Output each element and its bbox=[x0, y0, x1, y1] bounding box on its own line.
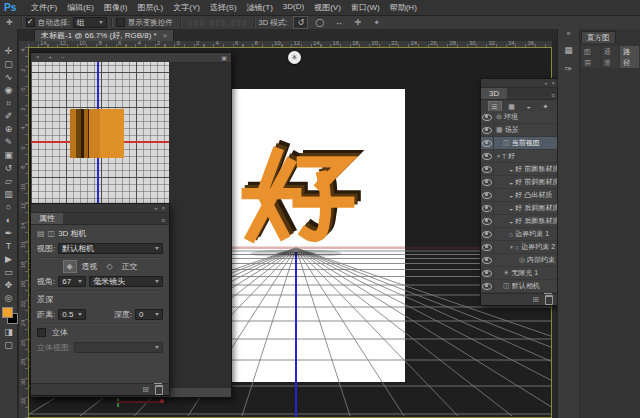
visibility-toggle[interactable] bbox=[481, 202, 494, 214]
move-tool[interactable]: ✛ bbox=[0, 45, 17, 58]
visibility-toggle[interactable] bbox=[481, 150, 494, 162]
orthographic-label[interactable]: 正交 bbox=[122, 261, 138, 272]
roll-3d-camera-icon[interactable]: ◯ bbox=[312, 16, 327, 29]
add-view-icon[interactable]: + bbox=[49, 53, 53, 62]
tool-presets-icon[interactable]: ✑ bbox=[561, 62, 576, 77]
document-tab[interactable]: 未标题-1 @ 66.7% (好, RGB/8) * × bbox=[34, 29, 174, 41]
visibility-toggle[interactable] bbox=[481, 189, 494, 201]
scene-tree-row[interactable]: ▼○边界约束 2 bbox=[481, 241, 559, 254]
dock-icon[interactable]: ⊞ bbox=[142, 385, 149, 395]
scene-tree-row[interactable]: ○边界约束 1 bbox=[481, 228, 559, 241]
auto-select-checkbox[interactable] bbox=[26, 18, 35, 27]
panel-title-bar[interactable]: « × bbox=[481, 79, 559, 88]
quick-selection-tool[interactable]: ◉ bbox=[0, 84, 17, 97]
close-icon[interactable]: × bbox=[163, 30, 168, 41]
scene-tree-row[interactable]: ◒好 前膨胀材质 bbox=[481, 163, 559, 176]
move-tool-options-icon[interactable]: ✛ bbox=[6, 18, 13, 27]
visibility-toggle[interactable] bbox=[481, 267, 494, 279]
foreground-color-swatch[interactable] bbox=[2, 307, 13, 318]
menu-item[interactable]: 帮助(H) bbox=[385, 2, 422, 13]
visibility-toggle[interactable] bbox=[481, 176, 494, 188]
type-tool[interactable]: T bbox=[0, 240, 17, 253]
menu-item[interactable]: 文件(F) bbox=[26, 2, 62, 13]
scene-tree-row[interactable]: ☀无限光 1 bbox=[481, 267, 559, 280]
brush-tool[interactable]: ✎ bbox=[0, 136, 17, 149]
tab-active[interactable]: 路径 bbox=[620, 46, 639, 68]
expander-icon[interactable]: ▼ bbox=[496, 153, 501, 159]
auto-select-dropdown[interactable]: 组 bbox=[73, 17, 107, 28]
close-view-icon[interactable]: × bbox=[36, 53, 40, 62]
scene-tree-row[interactable]: ◫默认相机 bbox=[481, 280, 559, 293]
perspective-label[interactable]: 透视 bbox=[82, 261, 98, 272]
view-dropdown[interactable]: 默认相机 bbox=[58, 243, 163, 254]
pan-3d-camera-icon[interactable]: ↔ bbox=[331, 16, 346, 29]
tab-histogram[interactable]: 直方图 bbox=[581, 31, 616, 43]
depth-field[interactable]: 0 bbox=[135, 309, 163, 320]
scene-tree-row[interactable]: ◎内部约束 3 bbox=[481, 254, 559, 267]
menu-item[interactable]: 视图(V) bbox=[309, 2, 346, 13]
visibility-toggle[interactable] bbox=[481, 124, 494, 136]
menu-item[interactable]: 图像(I) bbox=[99, 2, 133, 13]
swatches-icon[interactable]: ▦ bbox=[561, 43, 576, 58]
scene-tree-row[interactable]: ◒好 后斜面材质 bbox=[481, 202, 559, 215]
visibility-toggle[interactable] bbox=[481, 111, 494, 123]
canvas-3d-text[interactable] bbox=[247, 147, 355, 236]
scene-tree-row[interactable]: ▼T好 bbox=[481, 150, 559, 163]
panel-menu-icon[interactable]: ≡ bbox=[551, 92, 555, 99]
visibility-toggle[interactable] bbox=[481, 163, 494, 175]
screen-mode-icon[interactable]: ▢ bbox=[0, 339, 17, 352]
spinner-icon[interactable] bbox=[155, 313, 159, 316]
trash-icon[interactable] bbox=[545, 295, 553, 305]
menu-item[interactable]: 滤镜(T) bbox=[242, 2, 278, 13]
clone-stamp-tool[interactable]: ▣ bbox=[0, 149, 17, 162]
hand-tool[interactable]: ✥ bbox=[0, 279, 17, 292]
vertical-ruler[interactable]: 4202468101214161820222426283032 bbox=[19, 47, 28, 418]
tab-properties[interactable]: 属性 bbox=[31, 213, 63, 224]
menu-item[interactable]: 图层(L) bbox=[132, 2, 168, 13]
gradient-tool[interactable]: ▥ bbox=[0, 188, 17, 201]
shape-tool[interactable]: ▭ bbox=[0, 266, 17, 279]
tab-inactive[interactable]: 通道 bbox=[601, 46, 620, 68]
stereo-checkbox[interactable] bbox=[37, 328, 46, 337]
trash-icon[interactable] bbox=[155, 385, 163, 395]
orthographic-icon[interactable]: ◇ bbox=[103, 260, 117, 273]
perspective-icon[interactable]: ◈ bbox=[63, 260, 77, 273]
scene-tree-row[interactable]: ◒好 凸出材质 bbox=[481, 189, 559, 202]
path-selection-tool[interactable]: ▶ bbox=[0, 253, 17, 266]
visibility-toggle[interactable] bbox=[481, 228, 494, 240]
color-swatches[interactable] bbox=[1, 307, 17, 324]
menu-item[interactable]: 编辑(E) bbox=[62, 2, 99, 13]
menu-item[interactable]: 3D(D) bbox=[278, 2, 309, 13]
visibility-toggle[interactable] bbox=[481, 241, 494, 253]
swap-view-icon[interactable]: ▣ bbox=[221, 54, 227, 61]
eyedropper-tool[interactable]: ✐ bbox=[0, 110, 17, 123]
fov-field[interactable]: 67 bbox=[58, 276, 86, 287]
dolly-3d-camera-icon[interactable]: ⌖ bbox=[369, 16, 384, 29]
scene-tree-row[interactable]: ◫当前视图 bbox=[481, 137, 559, 150]
tab-inactive[interactable]: 图层 bbox=[581, 46, 600, 68]
orbit-3d-camera-icon[interactable]: ↺ bbox=[293, 16, 308, 29]
lens-dropdown[interactable]: 毫米镜头 bbox=[89, 276, 163, 287]
visibility-toggle[interactable] bbox=[481, 215, 494, 227]
dodge-tool[interactable]: ◐ bbox=[0, 214, 17, 227]
close-icon[interactable]: × bbox=[161, 205, 165, 211]
visibility-toggle[interactable] bbox=[481, 280, 494, 292]
scene-tree-row[interactable]: ◒好 前斜面材质 bbox=[481, 176, 559, 189]
collapse-icon[interactable]: « bbox=[544, 80, 547, 86]
crop-tool[interactable]: ⌗ bbox=[0, 97, 17, 110]
distance-field[interactable]: 0.5 bbox=[58, 309, 86, 320]
new-item-icon[interactable]: ⊞ bbox=[532, 295, 539, 305]
scene-tree-row[interactable]: ◒好 后膨胀材质 bbox=[481, 215, 559, 228]
spinner-icon[interactable] bbox=[78, 313, 82, 316]
zoom-tool[interactable]: ◎ bbox=[0, 292, 17, 305]
visibility-toggle[interactable] bbox=[481, 137, 494, 149]
quick-mask-icon[interactable]: ◨ bbox=[0, 326, 17, 339]
collapse-icon[interactable]: « bbox=[154, 205, 157, 211]
rotate-view-widget-icon[interactable]: ✳ bbox=[288, 51, 301, 64]
pen-tool[interactable]: ✒ bbox=[0, 227, 17, 240]
blur-tool[interactable]: ○ bbox=[0, 201, 17, 214]
minimize-view-icon[interactable]: − bbox=[61, 53, 65, 62]
show-transform-checkbox[interactable] bbox=[116, 18, 125, 27]
tab-3d[interactable]: 3D bbox=[481, 88, 507, 99]
healing-brush-tool[interactable]: ⊕ bbox=[0, 123, 17, 136]
